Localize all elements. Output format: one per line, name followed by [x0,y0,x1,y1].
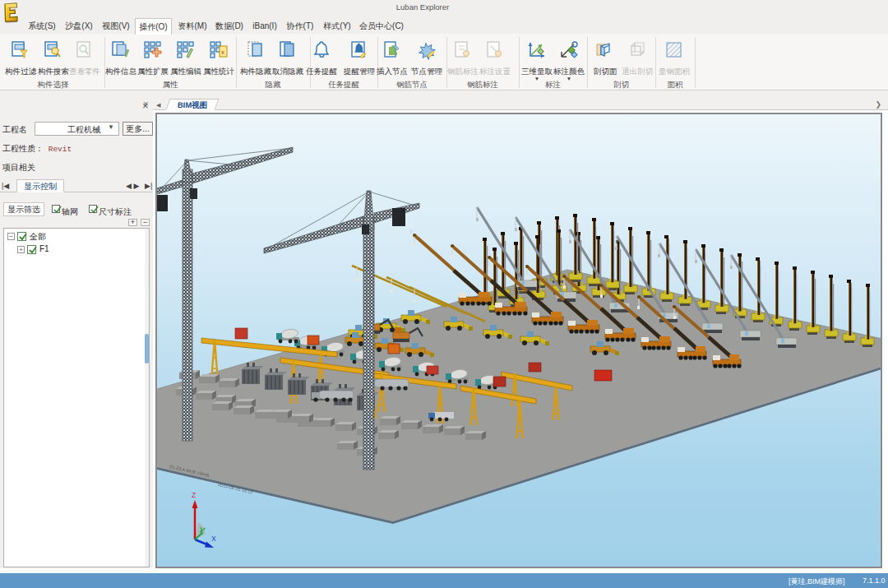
svg-text:X: X [211,535,216,543]
svg-text:x: x [221,49,224,56]
svg-text:Z: Z [192,491,196,499]
